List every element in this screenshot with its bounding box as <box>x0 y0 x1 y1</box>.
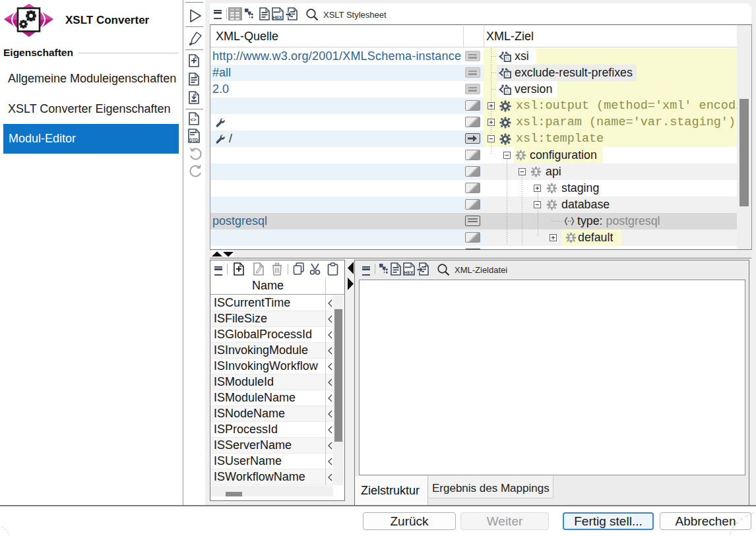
svg-text:A: A <box>506 73 509 77</box>
svg-text:DTD: DTD <box>189 138 199 142</box>
svg-text:<>: <> <box>191 117 197 123</box>
svg-text:HEX: HEX <box>404 270 414 275</box>
svg-text:HEX: HEX <box>273 15 282 20</box>
svg-text:N: N <box>506 56 509 61</box>
svg-text:A: A <box>506 89 509 94</box>
